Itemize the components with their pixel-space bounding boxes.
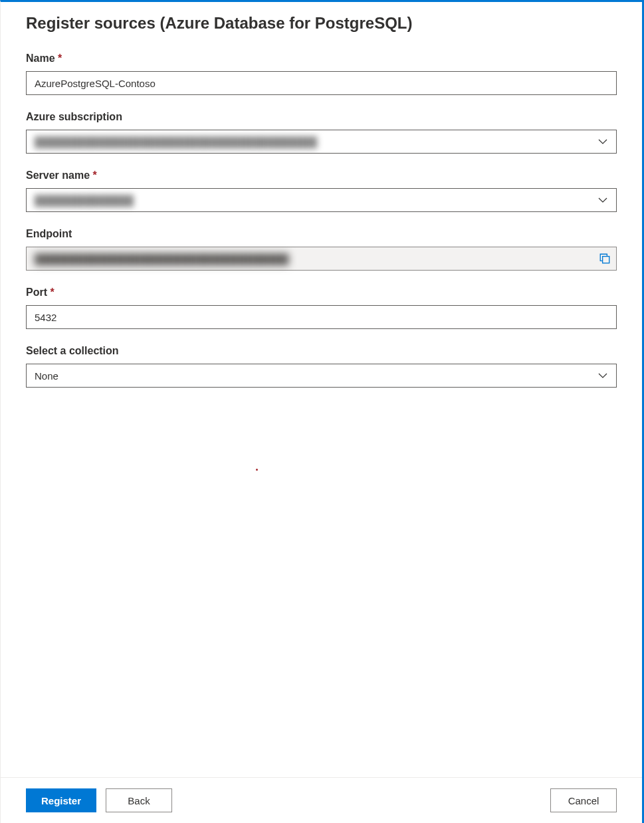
name-field-group: Name (26, 53, 617, 95)
svg-rect-0 (603, 257, 609, 263)
name-input[interactable] (26, 71, 617, 95)
port-field-group: Port (26, 287, 617, 329)
footer-bar: Register Back Cancel (1, 777, 642, 823)
form-panel: Register sources (Azure Database for Pos… (1, 2, 642, 777)
red-dot-artifact (256, 469, 258, 471)
chevron-down-icon (597, 370, 608, 381)
copy-icon[interactable] (599, 253, 611, 265)
collection-value: None (35, 370, 597, 382)
subscription-field-group: Azure subscription █████████████████████… (26, 111, 617, 154)
register-button[interactable]: Register (26, 788, 96, 812)
chevron-down-icon (597, 195, 608, 205)
subscription-value: ████████████████████████████████████████ (35, 136, 597, 148)
subscription-label: Azure subscription (26, 111, 617, 123)
port-label: Port (26, 287, 617, 298)
server-label: Server name (26, 170, 617, 181)
page-title: Register sources (Azure Database for Pos… (26, 14, 617, 33)
endpoint-field-group: Endpoint ███████████████████████████████… (26, 228, 617, 271)
collection-dropdown[interactable]: None (26, 364, 617, 388)
collection-field-group: Select a collection None (26, 345, 617, 388)
server-value: ██████████████ (35, 195, 597, 206)
endpoint-readonly: ████████████████████████████████████ (26, 247, 617, 271)
endpoint-label: Endpoint (26, 228, 617, 240)
back-button[interactable]: Back (106, 788, 172, 812)
name-label: Name (26, 53, 617, 64)
endpoint-value: ████████████████████████████████████ (35, 253, 599, 265)
chevron-down-icon (597, 136, 608, 147)
subscription-dropdown[interactable]: ████████████████████████████████████████ (26, 130, 617, 154)
server-dropdown[interactable]: ██████████████ (26, 188, 617, 212)
collection-label: Select a collection (26, 345, 617, 357)
server-field-group: Server name ██████████████ (26, 170, 617, 212)
port-input[interactable] (26, 305, 617, 329)
cancel-button[interactable]: Cancel (550, 788, 617, 812)
